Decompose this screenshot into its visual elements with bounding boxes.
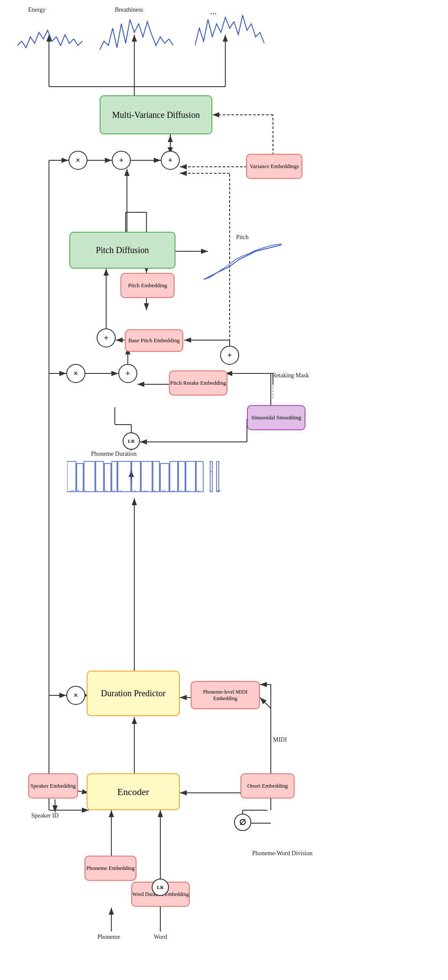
- svg-text:ai: ai: [154, 489, 156, 493]
- ellipsis-label: ...: [210, 6, 217, 16]
- lr-circle-bottom: LR: [152, 879, 169, 896]
- retaking-mask-label: Retaking Mask: [272, 372, 309, 380]
- svg-rect-71: [67, 461, 76, 492]
- svg-rect-77: [118, 461, 131, 492]
- midi-label: MIDI: [273, 737, 287, 743]
- multiply-circle-top1: ×: [68, 151, 88, 170]
- pitch-label: Pitch: [236, 234, 249, 241]
- lr-circle-top: LR: [123, 432, 140, 450]
- plus-circle-mid: +: [97, 328, 116, 347]
- pitch-embedding-box: Pitch Embedding: [120, 273, 175, 298]
- word-label: Word: [154, 934, 167, 941]
- ellipsis-waveform: [195, 11, 264, 80]
- svg-rect-101: [210, 461, 212, 492]
- svg-text:ao: ao: [133, 489, 136, 493]
- phoneme-duration-label: Phoneme Duration: [91, 451, 136, 458]
- svg-rect-83: [179, 461, 185, 492]
- svg-text:ian: ian: [171, 489, 175, 493]
- svg-rect-79: [141, 461, 152, 492]
- svg-text:E: E: [78, 489, 79, 493]
- multiply-circle-mid1: ×: [66, 364, 85, 383]
- energy-waveform: [17, 11, 82, 80]
- divide-circle: ∅: [234, 814, 251, 831]
- svg-rect-75: [104, 464, 111, 492]
- svg-text:ai: ai: [119, 489, 121, 493]
- pitch-retake-embedding-box: Pitch Retake Embedding: [169, 370, 227, 396]
- svg-rect-82: [170, 461, 178, 492]
- svg-text:x: x: [85, 489, 87, 493]
- svg-rect-85: [196, 461, 203, 492]
- svg-text:v: v: [97, 489, 98, 493]
- svg-text:van: van: [143, 489, 148, 493]
- svg-rect-72: [77, 464, 83, 492]
- svg-rect-103: [217, 461, 219, 492]
- sinusoidal-smoothing-box: Sinusoidal Smoothing: [247, 405, 305, 430]
- multiply-circle-bot1: ×: [66, 686, 85, 705]
- svg-rect-81: [160, 464, 169, 492]
- svg-rect-80: [153, 461, 159, 492]
- phoneme-label: Phoneme: [97, 934, 120, 941]
- svg-text:ei: ei: [113, 489, 115, 493]
- duration-predictor-box: Duration Predictor: [87, 671, 180, 716]
- plus-circle-pitch-right: +: [220, 346, 239, 365]
- diagram-container: Multi-Variance Diffusion Variance Embedd…: [0, 0, 448, 980]
- svg-text:w: w: [105, 489, 108, 493]
- onset-embedding-box: Onset Embedding: [240, 773, 295, 798]
- svg-text:2r: 2r: [180, 489, 183, 493]
- plus-circle-top2: +: [161, 151, 180, 170]
- plus-circle-mid2: +: [118, 364, 137, 383]
- base-pitch-embedding-box: Base Pitch Embedding: [125, 329, 183, 352]
- speaker-embedding-box: Speaker Embedding: [28, 773, 78, 798]
- svg-text:w: w: [197, 489, 200, 493]
- svg-text:AP: AP: [217, 489, 221, 493]
- variance-embeddings-box: Variance Embeddings: [246, 154, 302, 179]
- energy-label: Energy: [28, 6, 45, 13]
- pitch-diffusion-box: Pitch Diffusion: [69, 232, 175, 269]
- svg-rect-73: [84, 461, 95, 492]
- svg-rect-84: [186, 461, 195, 492]
- speaker-id-label: Speaker ID: [31, 812, 58, 819]
- svg-text:SP: SP: [71, 489, 74, 493]
- plus-circle-top1: +: [112, 151, 131, 170]
- svg-text:ir: ir: [188, 489, 190, 493]
- breathiness-label: Breathiness: [115, 6, 143, 13]
- multi-variance-diffusion-box: Multi-Variance Diffusion: [100, 95, 212, 134]
- breathiness-waveform: [100, 11, 173, 80]
- svg-rect-74: [96, 461, 104, 492]
- svg-rect-76: [112, 461, 117, 492]
- svg-rect-78: [132, 461, 140, 492]
- phoneme-word-division-label: Phoneme-Word Division: [252, 849, 312, 858]
- svg-text:AP: AP: [162, 489, 166, 493]
- svg-line-46: [260, 698, 271, 708]
- phoneme-duration-chart: SP E x v w ei ai ao van ai AP ian 2r ir …: [67, 459, 223, 494]
- encoder-box: Encoder: [87, 773, 180, 810]
- phoneme-embedding-box: Phoneme Embedding: [84, 856, 136, 881]
- svg-text:ai: ai: [210, 470, 212, 473]
- phoneme-level-midi-box: Phoneme-level MIDI Embedding: [191, 681, 260, 709]
